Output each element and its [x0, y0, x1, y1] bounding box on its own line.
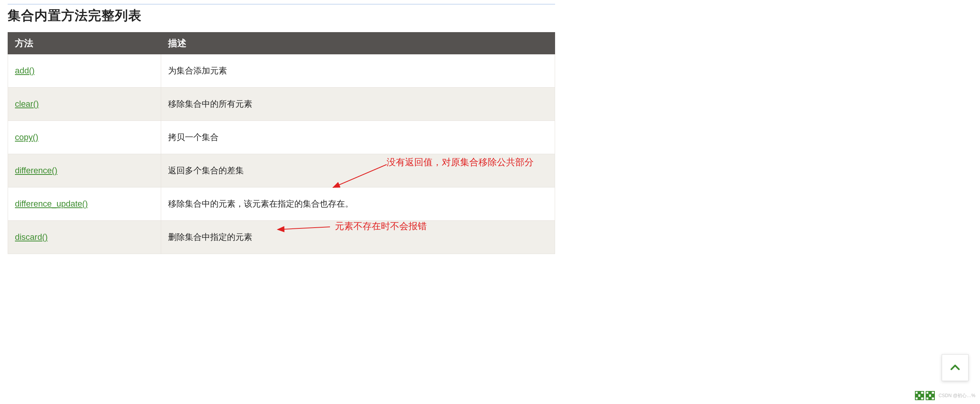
chevron-up-icon — [949, 361, 962, 374]
method-link-difference[interactable]: difference() — [15, 166, 57, 175]
method-link-discard[interactable]: discard() — [15, 232, 48, 242]
table-header-row: 方法 描述 — [8, 33, 555, 54]
content-wrapper: 集合内置方法完整列表 方法 描述 add() 为集合添加元素 clear() 移… — [8, 4, 555, 254]
qr-icon — [926, 391, 935, 400]
qr-icon — [915, 391, 924, 400]
method-link-clear[interactable]: clear() — [15, 99, 39, 109]
method-link-copy[interactable]: copy() — [15, 132, 38, 142]
method-desc: 移除集合中的元素，该元素在指定的集合也存在。 — [161, 187, 555, 221]
table-row: copy() 拷贝一个集合 — [8, 121, 555, 154]
method-desc: 拷贝一个集合 — [161, 121, 555, 154]
watermark-text: CSDN @初心…% — [939, 393, 975, 399]
table-row: clear() 移除集合中的所有元素 — [8, 88, 555, 121]
method-desc: 为集合添加元素 — [161, 54, 555, 88]
method-link-difference-update[interactable]: difference_update() — [15, 199, 88, 209]
methods-table: 方法 描述 add() 为集合添加元素 clear() 移除集合中的所有元素 c… — [8, 32, 555, 254]
footer-icons: CSDN @初心…% — [915, 391, 975, 400]
table-row: discard() 删除集合中指定的元素 — [8, 221, 555, 254]
page-title: 集合内置方法完整列表 — [8, 7, 555, 24]
table-row: add() 为集合添加元素 — [8, 54, 555, 88]
th-method: 方法 — [8, 33, 161, 54]
table-row: difference_update() 移除集合中的元素，该元素在指定的集合也存… — [8, 187, 555, 221]
scroll-to-top-button[interactable] — [942, 354, 969, 381]
method-link-add[interactable]: add() — [15, 66, 34, 75]
th-desc: 描述 — [161, 33, 555, 54]
method-desc: 移除集合中的所有元素 — [161, 88, 555, 121]
annotation-text-2: 元素不存在时不会报错 — [335, 220, 427, 232]
annotation-text-1: 没有返回值，对原集合移除公共部分 — [387, 156, 534, 168]
